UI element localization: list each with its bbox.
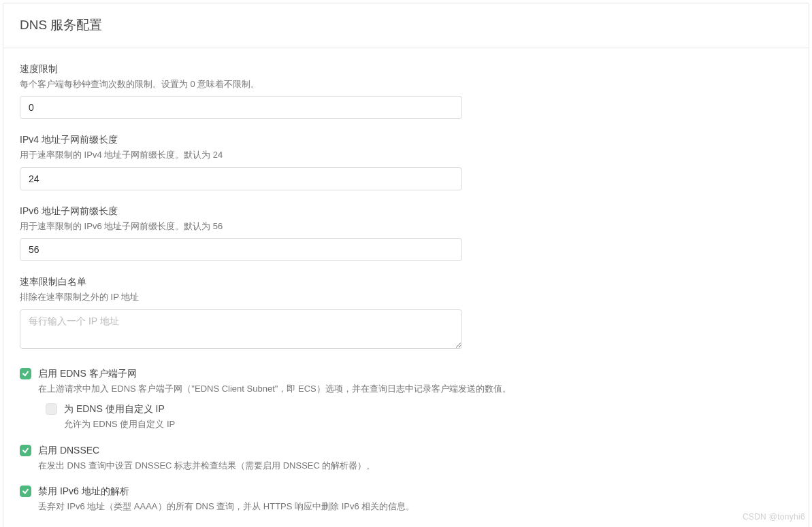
ipv4-prefix-input[interactable] — [20, 167, 462, 190]
edns-custom-content: 为 EDNS 使用自定义 IP 允许为 EDNS 使用自定义 IP — [64, 402, 792, 431]
page-title: DNS 服务配置 — [20, 16, 792, 35]
edns-custom-label[interactable]: 为 EDNS 使用自定义 IP — [64, 402, 792, 416]
check-icon — [22, 370, 29, 377]
ipv4-prefix-group: IPv4 地址子网前缀长度 用于速率限制的 IPv4 地址子网前缀长度。默认为 … — [20, 133, 792, 190]
ipv6-prefix-desc: 用于速率限制的 IPv6 地址子网前缀长度。默认为 56 — [20, 220, 792, 233]
disable-ipv6-group: 禁用 IPv6 地址的解析 丢弃对 IPv6 地址（类型 AAAA）的所有 DN… — [20, 484, 792, 513]
whitelist-label: 速率限制白名单 — [20, 275, 792, 289]
disable-ipv6-checkbox[interactable] — [20, 486, 31, 497]
rate-limit-label: 速度限制 — [20, 62, 792, 76]
dnssec-desc: 在发出 DNS 查询中设置 DNSSEC 标志并检查结果（需要启用 DNSSEC… — [38, 459, 792, 473]
check-icon — [22, 447, 29, 454]
rate-limit-group: 速度限制 每个客户端每秒钟查询次数的限制。设置为 0 意味着不限制。 — [20, 62, 792, 120]
ipv6-prefix-label: IPv6 地址子网前缀长度 — [20, 204, 792, 218]
dns-settings-card: DNS 服务配置 速度限制 每个客户端每秒钟查询次数的限制。设置为 0 意味着不… — [3, 3, 809, 527]
ipv6-prefix-input[interactable] — [20, 238, 462, 261]
disable-ipv6-label[interactable]: 禁用 IPv6 地址的解析 — [38, 484, 792, 498]
edns-content: 启用 EDNS 客户端子网 在上游请求中加入 EDNS 客户端子网（"EDNS … — [38, 367, 792, 396]
dnssec-label[interactable]: 启用 DNSSEC — [38, 443, 792, 458]
edns-checkbox[interactable] — [20, 368, 31, 379]
dnssec-content: 启用 DNSSEC 在发出 DNS 查询中设置 DNSSEC 标志并检查结果（需… — [38, 443, 792, 473]
ipv4-prefix-desc: 用于速率限制的 IPv4 地址子网前缀长度。默认为 24 — [20, 148, 792, 162]
card-body: 速度限制 每个客户端每秒钟查询次数的限制。设置为 0 意味着不限制。 IPv4 … — [3, 48, 809, 528]
ipv4-prefix-label: IPv4 地址子网前缀长度 — [20, 133, 792, 147]
edns-desc: 在上游请求中加入 EDNS 客户端子网（"EDNS Client Subnet"… — [38, 382, 792, 396]
edns-custom-group: 为 EDNS 使用自定义 IP 允许为 EDNS 使用自定义 IP — [46, 402, 792, 431]
edns-label[interactable]: 启用 EDNS 客户端子网 — [38, 367, 792, 381]
dnssec-group: 启用 DNSSEC 在发出 DNS 查询中设置 DNSSEC 标志并检查结果（需… — [20, 443, 792, 473]
whitelist-desc: 排除在速率限制之外的 IP 地址 — [20, 290, 792, 304]
rate-limit-input[interactable] — [20, 96, 462, 119]
whitelist-textarea[interactable] — [20, 309, 462, 349]
rate-limit-desc: 每个客户端每秒钟查询次数的限制。设置为 0 意味着不限制。 — [20, 78, 792, 91]
disable-ipv6-content: 禁用 IPv6 地址的解析 丢弃对 IPv6 地址（类型 AAAA）的所有 DN… — [38, 484, 792, 513]
card-header: DNS 服务配置 — [3, 3, 809, 48]
check-icon — [22, 488, 29, 495]
watermark: CSDN @tonyhi6 — [743, 511, 805, 523]
edns-custom-desc: 允许为 EDNS 使用自定义 IP — [64, 418, 792, 431]
dnssec-checkbox[interactable] — [20, 445, 31, 456]
ipv6-prefix-group: IPv6 地址子网前缀长度 用于速率限制的 IPv6 地址子网前缀长度。默认为 … — [20, 204, 792, 262]
whitelist-group: 速率限制白名单 排除在速率限制之外的 IP 地址 — [20, 275, 792, 353]
disable-ipv6-desc: 丢弃对 IPv6 地址（类型 AAAA）的所有 DNS 查询，并从 HTTPS … — [38, 500, 792, 513]
edns-custom-checkbox[interactable] — [46, 403, 57, 415]
edns-group: 启用 EDNS 客户端子网 在上游请求中加入 EDNS 客户端子网（"EDNS … — [20, 367, 792, 431]
